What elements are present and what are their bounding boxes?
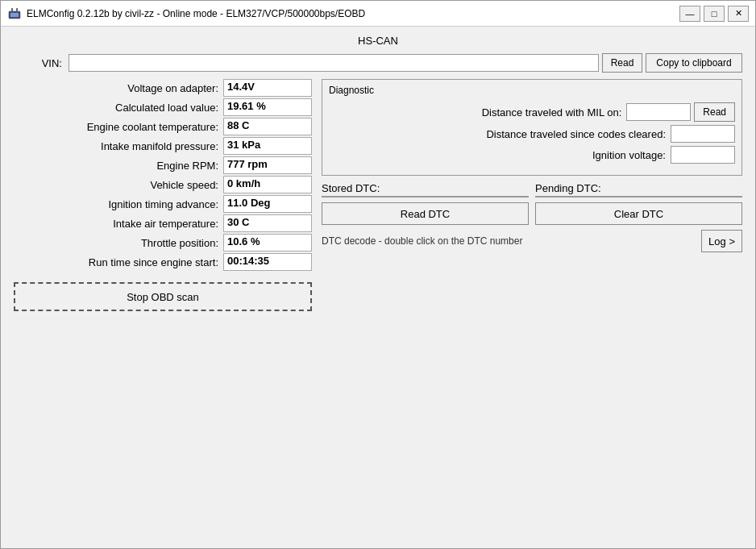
- data-field-label: Engine RPM:: [14, 160, 223, 172]
- table-row: Ignition timing advance:11.0 Deg: [14, 195, 312, 213]
- stop-btn-row: Stop OBD scan: [14, 282, 312, 311]
- clear-dtc-button[interactable]: Clear DTC: [535, 202, 742, 225]
- table-row: Vehicle speed:0 km/h: [14, 176, 312, 193]
- close-button[interactable]: ✕: [728, 6, 749, 22]
- main-content: HS-CAN VIN: Read Copy to clipboard Volta…: [1, 27, 755, 548]
- pending-dtc-label: Pending DTC:: [535, 182, 742, 194]
- table-row: Engine RPM:777 rpm: [14, 156, 312, 174]
- data-field-label: Throttle position:: [14, 237, 223, 249]
- diagnostic-fields: Distance traveled with MIL on:ReadDistan…: [329, 102, 735, 164]
- main-area: Voltage on adapter:14.4VCalculated load …: [14, 79, 742, 311]
- svg-rect-2: [11, 8, 13, 12]
- data-field-value: 88 C: [223, 118, 312, 135]
- dtc-buttons: Read DTC Clear DTC: [322, 202, 742, 225]
- minimize-button[interactable]: —: [679, 6, 700, 22]
- dtc-decode-row: DTC decode - double click on the DTC num…: [322, 230, 742, 252]
- data-field-value: 777 rpm: [223, 156, 312, 174]
- dtc-area: Stored DTC: Pending DTC:: [322, 182, 742, 198]
- diagnostic-box: Diagnostic Distance traveled with MIL on…: [322, 79, 742, 176]
- main-window: ELMConfig 0.2.12b by civil-zz - Online m…: [0, 0, 756, 549]
- diag-row: Ignition voltage:: [329, 146, 735, 164]
- diag-field-input[interactable]: [626, 103, 691, 121]
- data-field-label: Calculated load value:: [14, 102, 223, 114]
- data-field-value: 0 km/h: [223, 176, 312, 193]
- data-field-label: Voltage on adapter:: [14, 82, 223, 94]
- table-row: Calculated load value:19.61 %: [14, 98, 312, 116]
- vin-label: VIN:: [14, 57, 62, 69]
- data-field-label: Engine coolant temperature:: [14, 121, 223, 133]
- diag-field-input[interactable]: [671, 146, 735, 164]
- copy-to-clipboard-button[interactable]: Copy to clipboard: [646, 53, 742, 73]
- diag-field-input[interactable]: [671, 125, 735, 143]
- data-field-label: Vehicle speed:: [14, 179, 223, 191]
- titlebar: ELMConfig 0.2.12b by civil-zz - Online m…: [1, 1, 755, 27]
- vin-row: VIN: Read Copy to clipboard: [14, 53, 742, 73]
- pending-dtc-col: Pending DTC:: [535, 182, 742, 198]
- data-field-value: 11.0 Deg: [223, 195, 312, 213]
- data-field-value: 14.4V: [223, 79, 312, 97]
- table-row: Run time since engine start:00:14:35: [14, 253, 312, 271]
- data-table: Voltage on adapter:14.4VCalculated load …: [14, 79, 312, 271]
- log-button[interactable]: Log >: [701, 230, 742, 252]
- right-panel: Diagnostic Distance traveled with MIL on…: [322, 79, 742, 311]
- data-field-value: 19.61 %: [223, 98, 312, 116]
- table-row: Intake manifold pressure:31 kPa: [14, 137, 312, 155]
- titlebar-controls: — □ ✕: [679, 6, 749, 22]
- table-row: Engine coolant temperature:88 C: [14, 118, 312, 135]
- pending-dtc-listbox[interactable]: [535, 196, 742, 198]
- data-field-value: 00:14:35: [223, 253, 312, 271]
- stored-dtc-label: Stored DTC:: [322, 182, 529, 194]
- diag-read-button[interactable]: Read: [694, 102, 735, 122]
- read-vin-button[interactable]: Read: [602, 53, 642, 73]
- stored-dtc-col: Stored DTC:: [322, 182, 529, 198]
- table-row: Voltage on adapter:14.4V: [14, 79, 312, 97]
- left-panel: Voltage on adapter:14.4VCalculated load …: [14, 79, 312, 311]
- dtc-decode-text: DTC decode - double click on the DTC num…: [322, 235, 695, 247]
- titlebar-title: ELMConfig 0.2.12b by civil-zz - Online m…: [27, 8, 679, 19]
- diag-field-label: Distance traveled since codes cleared:: [329, 128, 671, 140]
- table-row: Throttle position:10.6 %: [14, 234, 312, 252]
- app-icon: [7, 6, 22, 21]
- diag-row: Distance traveled with MIL on:Read: [329, 102, 735, 122]
- stop-obd-scan-button[interactable]: Stop OBD scan: [14, 282, 312, 311]
- diag-field-label: Distance traveled with MIL on:: [329, 106, 626, 119]
- data-field-label: Intake air temperature:: [14, 218, 223, 230]
- stored-dtc-listbox[interactable]: [322, 196, 529, 198]
- section-title: HS-CAN: [14, 35, 742, 47]
- maximize-button[interactable]: □: [704, 6, 725, 22]
- data-field-value: 30 C: [223, 214, 312, 232]
- data-field-value: 31 kPa: [223, 137, 312, 155]
- diag-field-label: Ignition voltage:: [329, 149, 671, 161]
- table-row: Intake air temperature:30 C: [14, 214, 312, 232]
- svg-rect-1: [10, 13, 19, 17]
- diag-row: Distance traveled since codes cleared:: [329, 125, 735, 143]
- svg-rect-3: [16, 8, 18, 12]
- data-field-label: Run time since engine start:: [14, 256, 223, 268]
- data-field-label: Ignition timing advance:: [14, 198, 223, 210]
- vin-input[interactable]: [69, 54, 599, 72]
- diagnostic-title: Diagnostic: [329, 85, 735, 96]
- data-field-label: Intake manifold pressure:: [14, 140, 223, 152]
- data-field-value: 10.6 %: [223, 234, 312, 252]
- read-dtc-button[interactable]: Read DTC: [322, 202, 529, 225]
